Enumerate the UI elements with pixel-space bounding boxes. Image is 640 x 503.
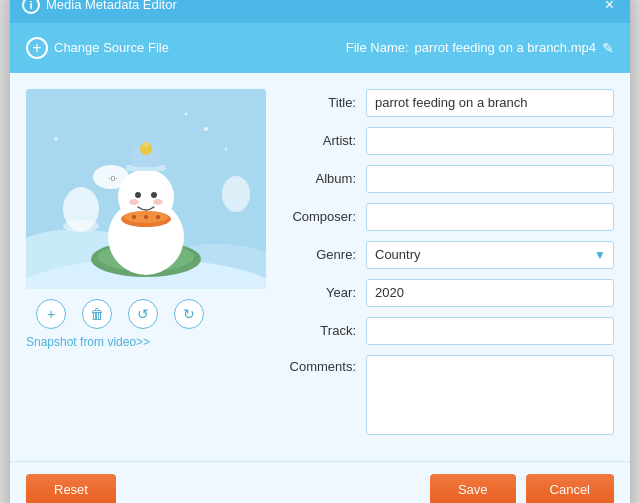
svg-point-28 [225, 147, 228, 150]
svg-point-18 [153, 199, 163, 205]
video-thumbnail: ·o· [26, 89, 266, 289]
svg-point-15 [135, 192, 141, 198]
close-button[interactable]: × [601, 0, 618, 15]
undo-button[interactable]: ↺ [128, 299, 158, 329]
svg-point-21 [132, 215, 136, 219]
title-row: Title: [286, 89, 614, 117]
genre-row: Genre: Country Pop Rock Jazz Classical E… [286, 241, 614, 269]
file-name-area: File Name: parrot feeding on a branch.mp… [346, 40, 614, 56]
comments-label: Comments: [286, 355, 366, 374]
add-icon: + [47, 306, 55, 322]
footer-right: Save Cancel [430, 474, 614, 504]
composer-label: Composer: [286, 209, 366, 224]
reset-button[interactable]: Reset [26, 474, 116, 504]
file-name-value: parrot feeding on a branch.mp4 [415, 40, 596, 55]
delete-image-button[interactable]: 🗑 [82, 299, 112, 329]
svg-point-16 [151, 192, 157, 198]
footer: Reset Save Cancel [10, 461, 630, 504]
title-bar: i Media Metadata Editor × [10, 0, 630, 23]
year-input[interactable] [366, 279, 614, 307]
genre-label: Genre: [286, 247, 366, 262]
image-actions: + 🗑 ↺ ↻ [26, 299, 266, 329]
composer-input[interactable] [366, 203, 614, 231]
svg-point-27 [185, 112, 188, 115]
year-label: Year: [286, 285, 366, 300]
artist-row: Artist: [286, 127, 614, 155]
album-input[interactable] [366, 165, 614, 193]
track-label: Track: [286, 323, 366, 338]
save-button[interactable]: Save [430, 474, 516, 504]
title-input[interactable] [366, 89, 614, 117]
svg-point-29 [54, 137, 58, 141]
artist-label: Artist: [286, 133, 366, 148]
plus-circle-icon: + [26, 37, 48, 59]
track-input[interactable] [366, 317, 614, 345]
comments-textarea[interactable] [366, 355, 614, 435]
track-row: Track: [286, 317, 614, 345]
svg-point-17 [129, 199, 139, 205]
add-image-button[interactable]: + [36, 299, 66, 329]
svg-point-14 [143, 142, 149, 148]
genre-select[interactable]: Country Pop Rock Jazz Classical Electron… [366, 241, 614, 269]
title-label: Title: [286, 95, 366, 110]
snapshot-link[interactable]: Snapshot from video>> [26, 335, 266, 349]
album-row: Album: [286, 165, 614, 193]
redo-icon: ↻ [183, 306, 195, 322]
album-label: Album: [286, 171, 366, 186]
trash-icon: 🗑 [90, 306, 104, 322]
title-bar-left: i Media Metadata Editor [22, 0, 177, 14]
media-metadata-dialog: i Media Metadata Editor × + Change Sourc… [10, 0, 630, 503]
composer-row: Composer: [286, 203, 614, 231]
edit-filename-icon[interactable]: ✎ [602, 40, 614, 56]
svg-text:·o·: ·o· [108, 173, 118, 183]
year-row: Year: [286, 279, 614, 307]
svg-point-26 [204, 127, 208, 131]
redo-button[interactable]: ↻ [174, 299, 204, 329]
dialog-title: Media Metadata Editor [46, 0, 177, 12]
change-source-label: Change Source File [54, 40, 169, 55]
svg-point-23 [156, 215, 160, 219]
info-icon: i [22, 0, 40, 14]
file-name-label: File Name: [346, 40, 409, 55]
svg-point-5 [63, 220, 99, 232]
cancel-button[interactable]: Cancel [526, 474, 614, 504]
left-panel: ·o· + 🗑 ↺ ↻ [26, 89, 266, 445]
svg-point-22 [144, 215, 148, 219]
genre-select-wrapper: Country Pop Rock Jazz Classical Electron… [366, 241, 614, 269]
comments-row: Comments: [286, 355, 614, 435]
artist-input[interactable] [366, 127, 614, 155]
undo-icon: ↺ [137, 306, 149, 322]
right-panel: Title: Artist: Album: Composer: Genre: [286, 89, 614, 445]
content-area: ·o· + 🗑 ↺ ↻ [10, 73, 630, 461]
toolbar: + Change Source File File Name: parrot f… [10, 23, 630, 73]
change-source-button[interactable]: + Change Source File [26, 37, 169, 59]
svg-point-6 [222, 176, 250, 212]
